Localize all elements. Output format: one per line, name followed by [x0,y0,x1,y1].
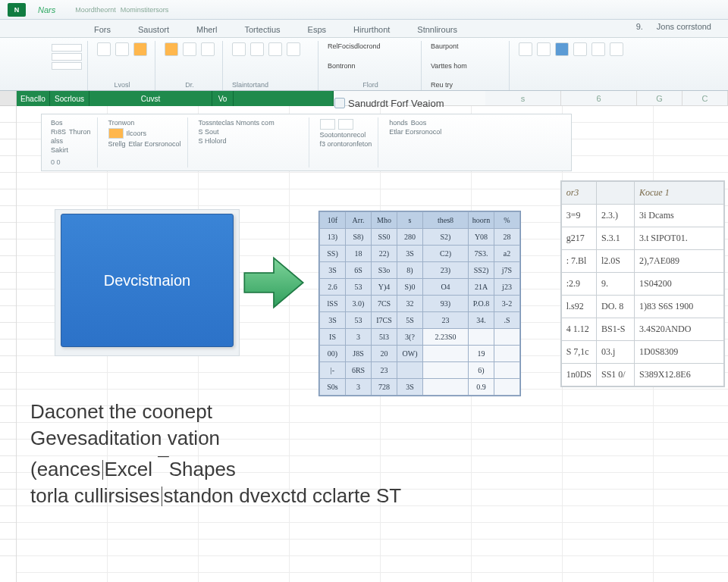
ribbon-group: Lvosl [93,41,155,90]
caption-line: Gevesaditation vation [30,425,401,452]
float-group: Sootontonrecol f3 orontoronfeton [317,117,379,167]
col-header[interactable]: s [485,91,561,106]
data-table-b: or3Kocue 1 3=92.3.)3i Dcams g217S.3.13.t… [560,180,725,387]
table-row: 00)J8S20OW)19 [320,346,520,362]
ribbon-group: Dr. [160,41,223,90]
ribbon-group [514,41,722,90]
table-row: l.s92DO. 81)83 S6S 1900 [561,296,723,318]
ribbon-group-label: Lvosl [97,81,147,89]
floating-toolbar: Sanudrdt Forf Veaiom Bos Rı8SThuron alss… [41,114,572,171]
col-header[interactable]: Cuvst [89,91,212,106]
ribbon-tab[interactable]: Stnnlirours [414,22,460,37]
ribbon-item[interactable]: Baurpont [431,42,501,50]
table-row: g217S.3.13.t SIPOT01. [561,227,723,250]
ribbon-item[interactable]: Varttes hom [431,62,501,70]
ribbon-icon[interactable] [555,42,569,56]
worksheet[interactable]: Ehacllo Socrlous Cuvst Vo s 6 G C Sanudr… [0,91,728,582]
ribbon-icon[interactable] [573,42,587,56]
float-num: 0 0 [51,158,91,166]
ribbon-tabs: Fors Saustort Mherl Tortectius Esps Hiru… [0,20,728,38]
ribbon-group: RelFocisdlocrond Bontronn Flord [323,41,422,90]
float-group: Bos Rı8SThuron alss Sakirt 0 0 [48,117,98,167]
table-header-row: or3Kocue 1 [561,182,723,205]
ribbon-icon[interactable] [519,42,532,56]
col-header[interactable]: C [682,91,728,106]
col-header[interactable]: Socrlous [50,91,89,106]
ribbon-icon[interactable] [133,42,147,56]
col-header[interactable]: G [637,91,682,106]
table-row: 3S6SS3o8)23)SS2)j7S [320,262,520,279]
ribbon-tab[interactable]: Fors [91,22,114,37]
table-header: 10f [320,212,346,229]
ribbon-icon[interactable] [592,42,605,56]
caption-line: torla cullirsisesstandon dvexctd cclarte… [30,483,401,509]
col-header[interactable]: Ehacllo [17,91,50,106]
table-row: |-6RS236) [320,362,520,379]
ribbon-icon[interactable] [537,42,551,56]
ribbon-tab[interactable]: Mherl [193,22,221,37]
float-group: honds Boos Etlar Eorsronocol [386,117,447,167]
ribbon-item[interactable]: Bontronn [328,62,413,70]
data-table-a: 10fArr.Mhosthes8hoorn% 13)S8)SS0280S2)Y0… [318,211,521,396]
ribbon-icon[interactable] [250,42,264,56]
row-headers [0,106,17,582]
ribbon-tab[interactable]: Hirurthont [350,22,393,37]
arrow-right-icon [241,250,306,315]
caption-text: Daconet the coonept Gevesaditation vatio… [30,399,401,509]
table-row: S 7,1c03.j1D0S8309 [561,341,723,364]
table-row: 13)S8)SS0280S2)Y0828 [320,229,520,246]
window-icon [334,98,345,108]
ribbon-icon[interactable] [232,42,246,56]
floating-toolbar-title: Sanudrdt Forf Veaiom [334,98,444,110]
table-header-row: 10fArr.Mhosthes8hoorn% [320,212,520,229]
table-row: lSS3.0)7CS3293)P.O.83-2 [320,296,520,312]
col-header[interactable]: 6 [561,91,637,106]
svg-marker-0 [244,258,303,307]
ribbon-icon[interactable] [287,42,300,56]
float-label: Bos [51,119,91,127]
ribbon-tab[interactable]: Esps [305,22,329,37]
qat-item[interactable]: Moordtheornt [75,6,116,14]
float-group: Tossnteclas Nmonts com S Sout S Hlolord [196,117,309,167]
table-row: 3=92.3.)3i Dcams [561,205,723,227]
ribbon-tab[interactable]: Saustort [135,22,172,37]
table-row: 2.653Y)4S)0O421Aj23 [320,279,520,296]
qat-item[interactable]: Mominstitersors [121,6,169,14]
ribbon-item[interactable]: RelFocisdlocrond [328,42,413,50]
ribbon-group-label: Flord [328,81,413,89]
title-bar: N Nars Moordtheornt Mominstitersors [0,0,728,20]
table-row: :2.99.1S04200 [561,273,723,296]
ribbon-tab[interactable]: Tortectius [241,22,283,37]
table-row: 3S53I7CS5S2334..S [320,312,520,329]
ribbon-item[interactable]: Slaintortand [232,81,310,89]
ribbon-icon[interactable] [201,42,215,56]
ribbon-icon[interactable] [115,42,129,56]
chip-icon[interactable] [320,119,335,130]
caption-line: Daconet the coonept [30,399,401,425]
col-header[interactable]: Vo [212,91,234,106]
caption-line: (eancesExcel ¯Shapes [30,452,401,483]
float-group: Tronwon Ilcoors SrellgEtlar Eorsronocol [105,117,188,167]
ribbon-group: Slaintortand [228,41,318,90]
table-row: : 7.Bll2.0S2),7AE089 [561,250,723,273]
chip-icon[interactable] [338,119,353,130]
ribbon-icon[interactable] [610,42,623,56]
select-all-corner[interactable] [0,91,17,106]
table-row: 1n0DSSS1 0/S389X12.8E6 [561,364,723,386]
shape-rectangle[interactable]: Devcistnaion [61,214,234,347]
ribbon-help[interactable]: 9. [633,19,646,34]
col-header[interactable] [234,91,334,106]
table-row: S0s37283S0.9 [320,379,520,396]
quick-access-toolbar: Moordtheornt Mominstitersors [75,6,168,14]
ribbon-side [46,41,88,90]
ribbon-icon[interactable] [268,42,282,56]
ribbon-item[interactable]: Reu try [431,81,501,89]
shape-arrow[interactable] [241,250,306,315]
shape-text: Devcistnaion [104,272,191,289]
color-chip-icon[interactable] [108,128,124,139]
ribbon-icon[interactable] [165,42,178,56]
ribbon-icon[interactable] [97,42,111,56]
ribbon-icon[interactable] [183,42,196,56]
ribbon-help[interactable]: Jons corrstond [654,19,714,34]
ribbon: Lvosl Dr. Slaintortand RelFocisdlocrond … [0,38,728,91]
